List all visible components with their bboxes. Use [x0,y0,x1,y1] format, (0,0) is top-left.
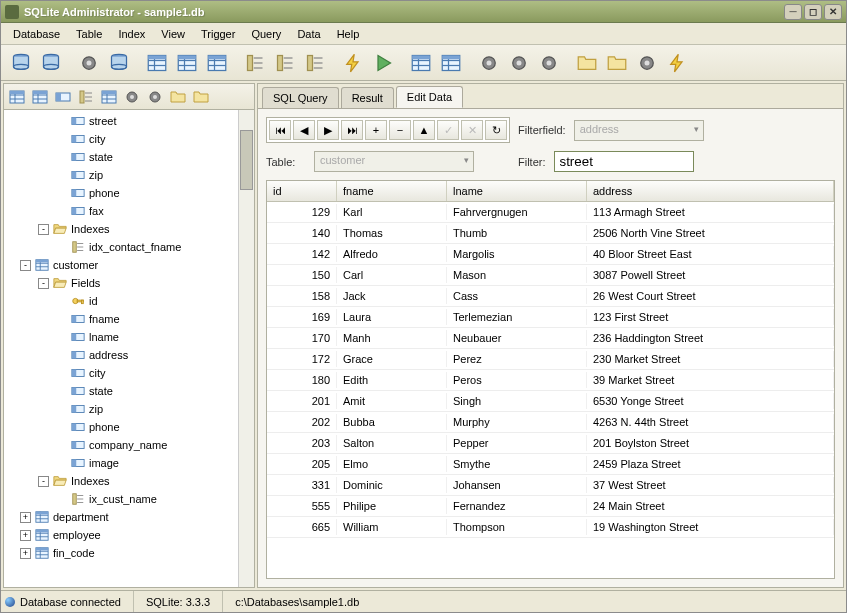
drop-table-button[interactable] [203,49,231,77]
cell-lname[interactable]: Neubauer [447,330,587,346]
cell-id[interactable]: 150 [267,267,337,283]
cell-address[interactable]: 4263 N. 44th Street [587,414,834,430]
cell-id[interactable]: 158 [267,288,337,304]
last-record-button[interactable]: ⏭ [341,120,363,140]
cell-fname[interactable]: Alfredo [337,246,447,262]
cell-lname[interactable]: Peros [447,372,587,388]
tree-item[interactable]: -customer [4,256,254,274]
table-view-button[interactable] [29,87,51,107]
edit-table-button[interactable] [173,49,201,77]
cell-lname[interactable]: Thumb [447,225,587,241]
table-row[interactable]: 140ThomasThumb2506 North Vine Street [267,223,834,244]
cell-lname[interactable]: Fernandez [447,498,587,514]
cell-fname[interactable]: Laura [337,309,447,325]
cell-id[interactable]: 169 [267,309,337,325]
cell-id[interactable]: 170 [267,330,337,346]
expand-icon[interactable]: + [20,530,31,541]
cell-address[interactable]: 2506 North Vine Street [587,225,834,241]
menu-query[interactable]: Query [243,26,289,42]
cell-fname[interactable]: Carl [337,267,447,283]
tree-item[interactable]: -Fields [4,274,254,292]
cell-lname[interactable]: Murphy [447,414,587,430]
cell-lname[interactable]: Perez [447,351,587,367]
cell-address[interactable]: 201 Boylston Street [587,435,834,451]
cell-id[interactable]: 203 [267,435,337,451]
cell-id[interactable]: 665 [267,519,337,535]
cell-fname[interactable]: Amit [337,393,447,409]
new-db-button[interactable] [7,49,35,77]
menu-data[interactable]: Data [289,26,328,42]
misc2-button[interactable] [167,87,189,107]
filter-input[interactable] [554,151,694,172]
table-row[interactable]: 203SaltonPepper201 Boylston Street [267,433,834,454]
cell-id[interactable]: 129 [267,204,337,220]
cell-lname[interactable]: Margolis [447,246,587,262]
cell-fname[interactable]: Grace [337,351,447,367]
tool6-button[interactable] [633,49,661,77]
cell-id[interactable]: 331 [267,477,337,493]
drop-index-button[interactable] [301,49,329,77]
new-index-button[interactable] [241,49,269,77]
cell-fname[interactable]: Dominic [337,477,447,493]
new-table-button[interactable] [143,49,171,77]
tool1-button[interactable] [475,49,503,77]
cell-address[interactable]: 236 Haddington Street [587,330,834,346]
expand-icon[interactable]: + [20,548,31,559]
table-combo[interactable]: customer [314,151,474,172]
tree-item[interactable]: street [4,112,254,130]
table-row[interactable]: 331DominicJohansen37 West Street [267,475,834,496]
expand-icon[interactable]: + [20,512,31,523]
cell-id[interactable]: 201 [267,393,337,409]
cell-fname[interactable]: Philipe [337,498,447,514]
cell-fname[interactable]: Edith [337,372,447,388]
tool5-button[interactable] [603,49,631,77]
cell-id[interactable]: 140 [267,225,337,241]
open-db-button[interactable] [37,49,65,77]
cell-fname[interactable]: Elmo [337,456,447,472]
run-query-button[interactable] [339,49,367,77]
cell-id[interactable]: 172 [267,351,337,367]
table-row[interactable]: 205ElmoSmythe2459 Plaza Street [267,454,834,475]
table-row[interactable]: 142AlfredoMargolis40 Bloor Street East [267,244,834,265]
menu-index[interactable]: Index [110,26,153,42]
view-view-button[interactable] [98,87,120,107]
cell-id[interactable]: 180 [267,372,337,388]
cell-address[interactable]: 3087 Powell Street [587,267,834,283]
next-record-button[interactable]: ▶ [317,120,339,140]
run-script-button[interactable] [369,49,397,77]
delete-record-button[interactable]: − [389,120,411,140]
cell-address[interactable]: 113 Armagh Street [587,204,834,220]
cell-address[interactable]: 6530 Yonge Street [587,393,834,409]
tree-item[interactable]: fax [4,202,254,220]
cell-address[interactable]: 37 West Street [587,477,834,493]
cell-lname[interactable]: Pepper [447,435,587,451]
tool2-button[interactable] [505,49,533,77]
cell-address[interactable]: 39 Market Street [587,372,834,388]
tree-item[interactable]: state [4,148,254,166]
field-view-button[interactable] [52,87,74,107]
tab-edit-data[interactable]: Edit Data [396,86,463,108]
cell-address[interactable]: 123 First Street [587,309,834,325]
tree-item[interactable]: -Indexes [4,472,254,490]
menu-trigger[interactable]: Trigger [193,26,243,42]
table-row[interactable]: 150CarlMason3087 Powell Street [267,265,834,286]
cell-fname[interactable]: Salton [337,435,447,451]
cell-lname[interactable]: Cass [447,288,587,304]
tree-item[interactable]: phone [4,184,254,202]
tree-item[interactable]: city [4,130,254,148]
cell-id[interactable]: 205 [267,456,337,472]
tree-item[interactable]: idx_contact_fname [4,238,254,256]
tree-item[interactable]: lname [4,328,254,346]
cell-fname[interactable]: Manh [337,330,447,346]
add-record-button[interactable]: + [365,120,387,140]
tab-result[interactable]: Result [341,87,394,108]
cell-address[interactable]: 26 West Court Street [587,288,834,304]
prev-record-button[interactable]: ◀ [293,120,315,140]
table-row[interactable]: 665WilliamThompson19 Washington Street [267,517,834,538]
cell-fname[interactable]: Karl [337,204,447,220]
table-row[interactable]: 202BubbaMurphy4263 N. 44th Street [267,412,834,433]
column-header-fname[interactable]: fname [337,181,447,201]
cell-fname[interactable]: William [337,519,447,535]
collapse-icon[interactable]: - [20,260,31,271]
tree-item[interactable]: -Indexes [4,220,254,238]
